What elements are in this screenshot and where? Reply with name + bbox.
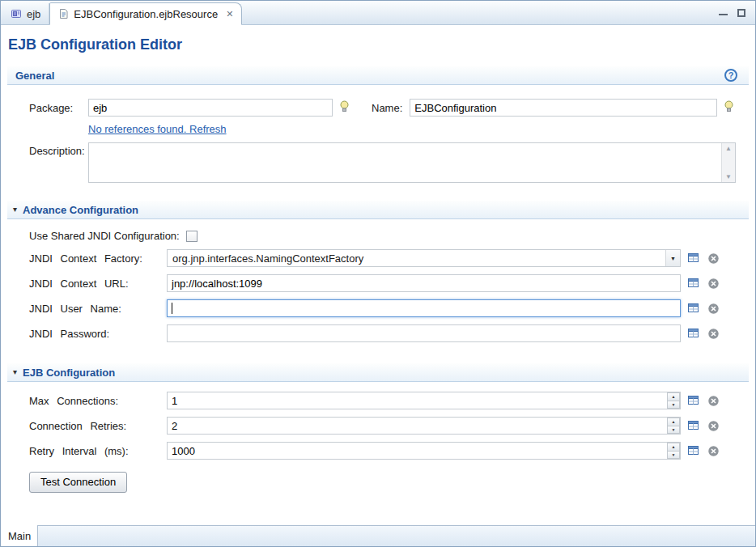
max-connections-field: ▲ ▼	[167, 392, 681, 409]
jndi-password-row: JNDI Password:	[29, 324, 720, 342]
jndi-context-url-field	[167, 274, 681, 292]
section-title: General	[15, 70, 54, 82]
grid-properties-icon[interactable]	[688, 328, 700, 339]
name-input[interactable]	[410, 99, 717, 117]
max-connections-input[interactable]	[167, 392, 681, 409]
spinner-control: ▲ ▼	[667, 418, 680, 434]
clear-value-icon[interactable]	[707, 252, 720, 264]
jndi-context-factory-combo[interactable]: org.jnp.interfaces.NamingContextFactory …	[167, 249, 681, 267]
ejb-project-icon	[11, 8, 22, 19]
jndi-context-url-input[interactable]	[167, 274, 681, 292]
max-connections-row: Max Connections: ▲ ▼	[29, 392, 720, 409]
jndi-password-field	[167, 324, 681, 342]
retry-interval-label: Retry Interval (ms):	[29, 445, 167, 457]
clear-value-icon[interactable]	[707, 445, 720, 456]
connection-retries-row: Connection Retries: ▲ ▼	[29, 417, 720, 435]
collapse-triangle-icon[interactable]: ▾	[13, 206, 17, 214]
package-name-row: Package: Name:	[29, 99, 734, 117]
test-connection-button[interactable]: Test Connection	[29, 472, 127, 493]
combo-value: org.jnp.interfaces.NamingContextFactory	[172, 252, 363, 265]
grid-properties-icon[interactable]	[688, 395, 700, 406]
description-box: ▲ ▼	[88, 142, 736, 183]
text-caret	[172, 303, 172, 314]
clear-value-icon[interactable]	[707, 420, 720, 431]
bottom-tabbar: Main	[1, 525, 755, 546]
spin-down-icon[interactable]: ▼	[667, 401, 680, 409]
retry-interval-input[interactable]	[167, 442, 681, 460]
jndi-context-factory-row: JNDI Context Factory: org.jnp.interfaces…	[29, 249, 720, 267]
spin-up-icon[interactable]: ▲	[667, 418, 680, 426]
description-textarea[interactable]	[89, 143, 721, 182]
editor-tabbar: ejb EJBConfiguration.ejbResource ✕	[1, 1, 755, 25]
jndi-user-name-input[interactable]	[167, 299, 681, 317]
clear-value-icon[interactable]	[707, 303, 720, 314]
tab-label: Main	[8, 530, 31, 542]
jndi-context-factory-field: org.jnp.interfaces.NamingContextFactory …	[167, 249, 681, 267]
shared-jndi-label: Use Shared JNDI Configuration:	[29, 230, 180, 242]
lightbulb-icon	[724, 100, 734, 115]
shared-jndi-row: Use Shared JNDI Configuration:	[29, 230, 736, 242]
tab-main[interactable]: Main	[1, 525, 38, 546]
section-header-ejb-configuration[interactable]: ▾ EJB Configuration	[7, 363, 749, 382]
grid-properties-icon[interactable]	[688, 420, 700, 431]
package-input[interactable]	[88, 99, 333, 117]
connection-retries-input[interactable]	[167, 417, 681, 435]
section-header-advance-configuration[interactable]: ▾ Advance Configuration	[7, 201, 749, 219]
jndi-context-url-label: JNDI Context URL:	[29, 278, 167, 290]
retry-interval-field: ▲ ▼	[167, 442, 681, 460]
shared-jndi-checkbox[interactable]	[186, 231, 197, 242]
spinner-control: ▲ ▼	[667, 392, 680, 409]
tab-ejbconfiguration-resource[interactable]: EJBConfiguration.ejbResource ✕	[49, 2, 242, 25]
jndi-context-factory-label: JNDI Context Factory:	[29, 252, 167, 265]
description-label: Description:	[29, 142, 88, 157]
retry-interval-row: Retry Interval (ms): ▲ ▼	[29, 442, 720, 460]
package-label: Package:	[29, 102, 88, 114]
lightbulb-icon	[339, 100, 350, 115]
minimize-icon[interactable]	[719, 9, 728, 15]
jndi-context-url-row: JNDI Context URL:	[29, 274, 720, 292]
section-title: EJB Configuration	[23, 367, 115, 379]
jndi-user-name-field	[167, 299, 681, 317]
connection-retries-field: ▲ ▼	[167, 417, 681, 435]
jndi-password-input[interactable]	[167, 324, 681, 342]
connection-retries-label: Connection Retries:	[29, 420, 167, 432]
clear-value-icon[interactable]	[707, 395, 720, 406]
tab-label: EJBConfiguration.ejbResource	[74, 8, 218, 20]
spin-down-icon[interactable]: ▼	[667, 426, 680, 435]
jndi-password-label: JNDI Password:	[29, 328, 167, 340]
spin-up-icon[interactable]: ▲	[667, 392, 680, 401]
editor-window: ejb EJBConfiguration.ejbResource ✕ EJB C…	[0, 0, 756, 547]
tab-ejb[interactable]: ejb	[2, 3, 49, 24]
clear-value-icon[interactable]	[707, 278, 720, 289]
grid-properties-icon[interactable]	[688, 445, 700, 456]
grid-properties-icon[interactable]	[688, 303, 700, 314]
description-scrollbar[interactable]: ▲ ▼	[721, 143, 735, 182]
spin-up-icon[interactable]: ▲	[667, 443, 680, 452]
chevron-down-icon[interactable]: ▼	[665, 250, 680, 266]
section-title: Advance Configuration	[23, 204, 138, 216]
clear-value-icon[interactable]	[707, 328, 720, 339]
section-header-general: General ?	[7, 66, 749, 85]
page-title: EJB Configuration Editor	[8, 36, 755, 53]
scroll-up-icon[interactable]: ▲	[725, 145, 732, 152]
resource-file-icon	[58, 8, 69, 19]
max-connections-label: Max Connections:	[29, 395, 167, 407]
jndi-user-name-row: JNDI User Name:	[29, 299, 720, 317]
description-row: Description: ▲ ▼	[29, 142, 736, 183]
jndi-user-name-label: JNDI User Name:	[29, 303, 167, 315]
window-controls	[719, 9, 755, 17]
name-label: Name:	[372, 102, 402, 114]
grid-properties-icon[interactable]	[688, 278, 700, 289]
tab-label: ejb	[27, 8, 40, 20]
maximize-icon[interactable]	[737, 9, 745, 17]
references-refresh-link[interactable]: No references found. Refresh	[88, 123, 227, 135]
close-icon[interactable]: ✕	[226, 9, 233, 19]
help-icon[interactable]: ?	[724, 69, 737, 82]
collapse-triangle-icon[interactable]: ▾	[13, 368, 17, 376]
bottom-tabbar-fill	[38, 525, 755, 546]
scroll-down-icon[interactable]: ▼	[725, 173, 732, 180]
grid-properties-icon[interactable]	[688, 252, 700, 264]
spin-down-icon[interactable]: ▼	[667, 452, 680, 460]
spinner-control: ▲ ▼	[667, 443, 680, 459]
